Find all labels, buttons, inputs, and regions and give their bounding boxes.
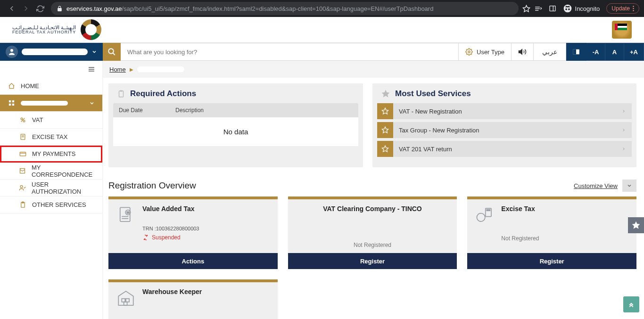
no-data-message: No data bbox=[113, 117, 358, 146]
reg-card-name: Excise Tax bbox=[501, 205, 629, 213]
reg-card-vat: % Value Added Tax TRN :100362280800003 S… bbox=[108, 196, 278, 269]
feedback-star-button[interactable] bbox=[628, 217, 644, 233]
svg-rect-38 bbox=[120, 90, 123, 92]
clipboard-icon bbox=[19, 201, 26, 208]
svg-marker-0 bbox=[523, 5, 529, 11]
service-item[interactable]: VAT 201 VAT return bbox=[377, 141, 632, 157]
reg-card-tinco: VAT Clearing Company - TINCO Not Registe… bbox=[288, 196, 457, 269]
font-increase[interactable]: +A bbox=[624, 43, 644, 61]
sidebar-item-label: MY PAYMENTS bbox=[32, 150, 75, 157]
svg-rect-24 bbox=[8, 104, 10, 106]
search-input[interactable] bbox=[121, 43, 459, 61]
svg-point-26 bbox=[21, 118, 23, 120]
forward-button[interactable] bbox=[19, 2, 33, 15]
sidebar: HOME VAT EXCISE TAX MY PAYMENTS MY CORRE… bbox=[0, 78, 103, 319]
svg-rect-32 bbox=[20, 152, 26, 156]
incognito-icon bbox=[563, 4, 572, 13]
bookmark-star-icon[interactable] bbox=[522, 5, 530, 13]
svg-marker-39 bbox=[382, 90, 390, 98]
reg-card-name: Warehouse Keeper bbox=[142, 288, 270, 295]
svg-point-50 bbox=[477, 213, 486, 222]
content-area: Required Actions Due Date Description No… bbox=[103, 78, 644, 319]
register-button[interactable]: Register bbox=[288, 253, 457, 269]
user-chip[interactable] bbox=[0, 43, 103, 61]
svg-rect-22 bbox=[8, 100, 10, 102]
service-label: VAT - New Registration bbox=[399, 108, 462, 115]
reg-card-status: Not Registered bbox=[501, 235, 629, 242]
media-control-icon[interactable] bbox=[534, 5, 542, 13]
star-icon bbox=[377, 141, 393, 157]
reg-card-warehouse: Warehouse Keeper bbox=[108, 279, 278, 319]
sidebar-item-label: MY CORRESPONDENCE bbox=[32, 164, 95, 178]
search-button[interactable] bbox=[103, 43, 121, 61]
star-icon bbox=[381, 89, 390, 98]
service-item[interactable]: VAT - New Registration bbox=[377, 103, 632, 119]
svg-marker-40 bbox=[382, 108, 388, 114]
register-button[interactable]: Register bbox=[467, 253, 636, 269]
panel-title: Required Actions bbox=[130, 89, 196, 98]
language-toggle[interactable]: عربي bbox=[534, 43, 566, 61]
most-used-services-panel: Most Used Services VAT - New Registratio… bbox=[372, 83, 636, 167]
url-path: /sap/bc/ui5_ui5/sap/zmcf_fmca/index.html… bbox=[122, 5, 434, 12]
sidebar-item-label: EXCISE TAX bbox=[32, 133, 67, 140]
card-icon bbox=[19, 150, 26, 157]
app-header: الـهيئــة الاتحـاديـة لـلـضــرائـب FEDER… bbox=[0, 17, 644, 43]
customize-view-link[interactable]: Customize View bbox=[574, 182, 618, 189]
sidebar-item-other[interactable]: OTHER SERVICES bbox=[0, 196, 102, 213]
update-label: Update bbox=[611, 5, 630, 12]
update-button[interactable]: Update bbox=[606, 3, 639, 14]
svg-text:%: % bbox=[127, 211, 130, 214]
logo-text-en: FEDERAL TAX AUTHORITY bbox=[12, 30, 76, 35]
breadcrumb: Home ▶ bbox=[103, 66, 644, 73]
incognito-indicator: Incognito bbox=[563, 4, 600, 13]
vat-icon bbox=[19, 116, 26, 123]
back-button[interactable] bbox=[5, 2, 19, 15]
sidebar-item-home[interactable]: HOME bbox=[0, 78, 102, 95]
reload-button[interactable] bbox=[33, 2, 47, 15]
svg-point-34 bbox=[20, 186, 23, 188]
svg-point-27 bbox=[23, 120, 25, 122]
sidebar-item-correspondence[interactable]: MY CORRESPONDENCE bbox=[0, 163, 102, 180]
svg-marker-42 bbox=[382, 146, 388, 152]
sidebar-item-payments[interactable]: MY PAYMENTS bbox=[0, 146, 102, 163]
breadcrumb-bar: Home ▶ bbox=[0, 61, 644, 78]
address-bar[interactable]: eservices.tax.gov.ae/sap/bc/ui5_ui5/sap/… bbox=[51, 2, 519, 15]
breadcrumb-home[interactable]: Home bbox=[109, 66, 126, 73]
user-type-label: User Type bbox=[477, 49, 504, 56]
actions-table-header: Due Date Description bbox=[113, 103, 358, 117]
avatar-icon bbox=[6, 46, 18, 58]
sidebar-item-authorization[interactable]: USER AUTHORIZATION bbox=[0, 180, 102, 196]
chevron-right-icon bbox=[616, 146, 632, 152]
svg-rect-25 bbox=[12, 104, 14, 106]
fta-logo[interactable]: الـهيئــة الاتحـاديـة لـلـضــرائـب FEDER… bbox=[12, 19, 101, 40]
service-item[interactable]: Tax Group - New Registration bbox=[377, 122, 632, 138]
user-check-icon bbox=[19, 184, 26, 191]
contrast-toggle[interactable] bbox=[566, 43, 586, 61]
sidebar-item-label-masked bbox=[21, 101, 68, 106]
warning-icon bbox=[142, 234, 149, 241]
sidebar-item-excise[interactable]: EXCISE TAX bbox=[0, 129, 102, 146]
sidebar-item-vat[interactable]: VAT bbox=[0, 112, 102, 129]
svg-rect-52 bbox=[487, 210, 488, 211]
user-type-selector[interactable]: User Type bbox=[459, 43, 512, 61]
svg-line-14 bbox=[113, 53, 115, 55]
lang-label: عربي bbox=[542, 48, 557, 56]
svg-point-48 bbox=[144, 239, 145, 240]
font-reset[interactable]: A bbox=[605, 43, 624, 61]
actions-button[interactable]: Actions bbox=[108, 253, 278, 269]
customize-dropdown[interactable] bbox=[622, 180, 636, 192]
warehouse-icon bbox=[116, 288, 136, 308]
grid-icon bbox=[8, 99, 15, 106]
font-decrease[interactable]: -A bbox=[586, 43, 605, 61]
sidebar-item-taxpayer[interactable] bbox=[0, 95, 102, 112]
document-icon bbox=[19, 133, 26, 140]
sidebar-item-label: USER AUTHORIZATION bbox=[32, 181, 95, 195]
scroll-top-button[interactable] bbox=[623, 296, 639, 312]
reg-card-trn: TRN :100362280800003 bbox=[142, 226, 270, 231]
menu-toggle-icon[interactable] bbox=[87, 65, 96, 74]
audio-button[interactable] bbox=[512, 43, 534, 61]
side-panel-icon[interactable] bbox=[549, 5, 556, 12]
chevron-down-icon bbox=[91, 49, 97, 55]
excise-icon bbox=[475, 205, 495, 225]
registration-title: Registration Overview bbox=[108, 180, 196, 191]
